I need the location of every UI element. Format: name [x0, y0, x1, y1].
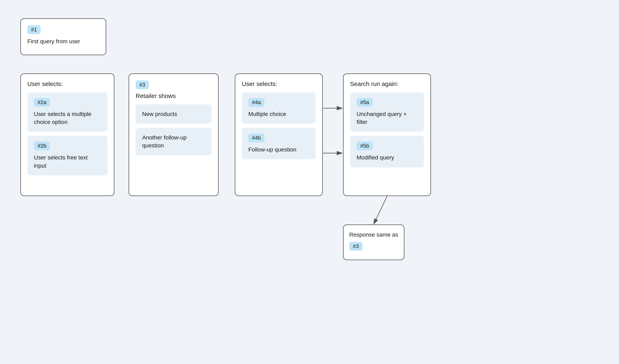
- card-3-title: Retailer shows: [136, 93, 211, 99]
- inner-card-2a: #2a User selects a multiple choice optio…: [27, 92, 107, 132]
- arrow-5-6: [374, 196, 387, 224]
- badge-3: #3: [136, 80, 149, 89]
- card-5-title: Search run again:: [350, 80, 424, 87]
- card-2-title: User selects:: [27, 80, 107, 87]
- badge-2a: #2a: [34, 98, 50, 107]
- card-3: #3 Retailer shows New products Another f…: [129, 73, 219, 196]
- card-6: Response same as #3: [343, 224, 404, 260]
- card-4: User selects: #4a Multiple choice #4b Fo…: [235, 73, 323, 196]
- badge-2b: #2b: [34, 141, 50, 150]
- inner-card-5a: #5a Unchanged query + filter: [350, 92, 424, 132]
- inner-card-3a: New products: [136, 104, 211, 124]
- card-5: Search run again: #5a Unchanged query + …: [343, 73, 431, 196]
- badge-5b: #5b: [357, 141, 373, 150]
- inner-card-4a: #4a Multiple choice: [242, 92, 316, 124]
- card-5b-text: Modified query: [357, 154, 417, 161]
- inner-card-4b: #4b Follow-up question: [242, 128, 316, 159]
- card-1: #1 First query from user: [20, 18, 106, 55]
- card-4-title: User selects:: [242, 80, 316, 87]
- badge-6: #3: [349, 242, 363, 251]
- card-5a-text: Unchanged query + filter: [357, 110, 417, 126]
- badge-5a: #5a: [357, 98, 373, 107]
- card-2a-text: User selects a multiple choice option: [34, 110, 101, 126]
- card-2: User selects: #2a User selects a multipl…: [20, 73, 114, 196]
- card-6-text: Response same as: [349, 231, 398, 239]
- badge-4a: #4a: [248, 98, 265, 107]
- card-3b-text: Another follow-up question: [142, 134, 205, 149]
- card-3a-text: New products: [142, 110, 205, 118]
- badge-1: #1: [27, 25, 41, 34]
- card-4b-text: Follow-up question: [248, 146, 309, 154]
- inner-card-2b: #2b User selects free text input: [27, 136, 107, 175]
- badge-4b: #4b: [248, 134, 265, 142]
- card-4a-text: Multiple choice: [248, 110, 309, 118]
- inner-card-3b: Another follow-up question: [136, 128, 211, 155]
- inner-card-5b: #5b Modified query: [350, 136, 424, 167]
- card-2b-text: User selects free text input: [34, 154, 101, 169]
- card-1-text: First query from user: [27, 37, 99, 45]
